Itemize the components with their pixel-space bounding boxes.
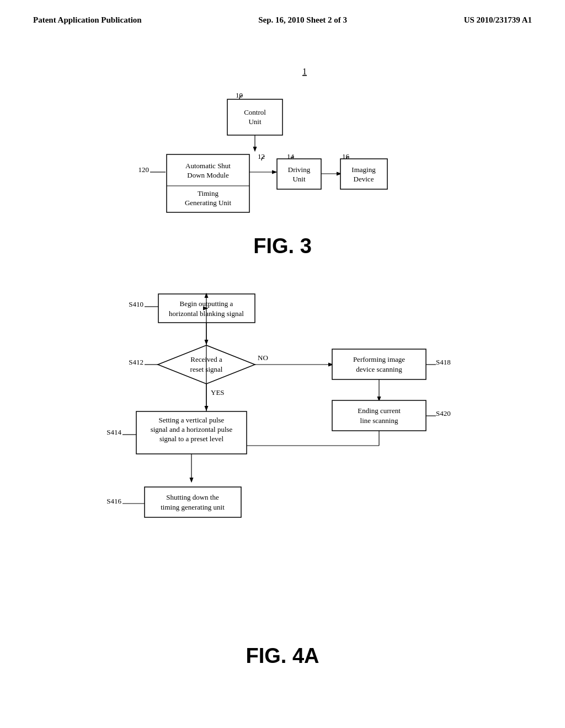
no-label: NO (258, 354, 268, 362)
s414-label1: Setting a vertical pulse (159, 416, 225, 424)
header-left: Patent Application Publication (33, 15, 142, 25)
page-header: Patent Application Publication Sep. 16, … (0, 0, 565, 25)
s418-box (332, 349, 426, 379)
ref-1: 1 (302, 67, 307, 76)
header-right: US 2010/231739 A1 (464, 15, 532, 25)
s416-label2: timing generating unit (161, 503, 225, 511)
driving-label2: Unit (292, 175, 306, 183)
timing-label1: Timing (198, 189, 218, 197)
s410-ref-label: S410 (129, 300, 143, 308)
s416-box (145, 487, 241, 517)
s418-ref-label: S418 (436, 358, 451, 366)
auto-shut-label1: Automatic Shut (185, 162, 231, 170)
imaging-device-box (340, 159, 387, 189)
driving-label1: Driving (288, 165, 311, 174)
s412-ref-label: S412 (129, 358, 143, 366)
timing-label2: Generating Unit (185, 199, 232, 207)
s414-label2: signal and a horizontal pulse (151, 425, 233, 433)
control-unit-label2: Unit (248, 117, 262, 126)
s420-label2: line scanning (360, 416, 398, 425)
auto-shut-label2: Down Module (187, 171, 229, 179)
s416-ref-label: S416 (106, 497, 121, 505)
s420-box (332, 400, 426, 431)
s420-ref-label: S420 (436, 409, 451, 417)
s416-label1: Shutting down the (166, 493, 219, 501)
imaging-label2: Device (354, 175, 374, 183)
ref-12: 12 (258, 152, 265, 160)
driving-unit-box (277, 159, 321, 189)
fig4a-label: FIG. 4A (33, 644, 532, 668)
yes-label: YES (211, 388, 225, 397)
s420-label1: Ending current (358, 406, 401, 415)
ref-120: 120 (138, 165, 150, 174)
fig3-diagram: 1 10 Control Unit 12 120 Automatic Shut … (33, 58, 532, 229)
fig3-label: FIG. 3 (33, 234, 532, 258)
ref-10: 10 (236, 91, 243, 99)
control-unit-label1: Control (244, 108, 266, 116)
s418-label1: Performing image (353, 355, 405, 363)
s414-ref-label: S414 (106, 428, 121, 436)
s418-label2: device scanning (356, 365, 402, 373)
header-center: Sep. 16, 2010 Sheet 2 of 3 (258, 15, 347, 25)
imaging-label1: Imaging (351, 165, 376, 174)
s414-label3: signal to a preset level (159, 435, 224, 443)
fig4a-diagram: S410 Begin outputting a horizontal blank… (33, 275, 532, 639)
